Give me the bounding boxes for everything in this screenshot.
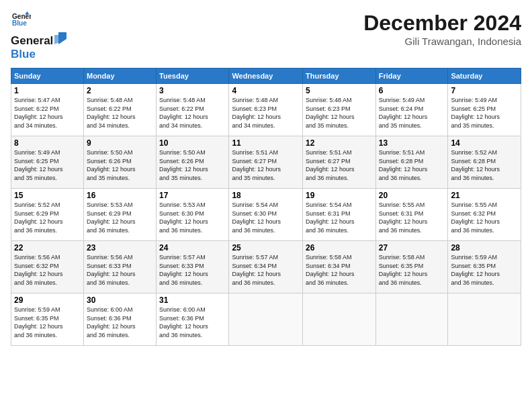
day-number: 7 xyxy=(451,86,518,95)
day-info: Sunrise: 5:59 AMSunset: 6:35 PMDaylight:… xyxy=(14,306,63,338)
calendar-cell: 28 Sunrise: 5:59 AMSunset: 6:35 PMDaylig… xyxy=(448,241,521,293)
calendar-cell: 14 Sunrise: 5:52 AMSunset: 6:28 PMDaylig… xyxy=(448,136,521,189)
header-sunday: Sunday xyxy=(11,68,84,84)
day-info: Sunrise: 5:56 AMSunset: 6:32 PMDaylight:… xyxy=(14,254,63,286)
day-info: Sunrise: 5:59 AMSunset: 6:35 PMDaylight:… xyxy=(451,254,500,286)
logo-line2: Blue xyxy=(11,48,66,61)
calendar-cell: 18 Sunrise: 5:54 AMSunset: 6:30 PMDaylig… xyxy=(229,189,303,241)
month-title: December 2024 xyxy=(363,11,521,36)
day-number: 16 xyxy=(87,191,153,200)
header-monday: Monday xyxy=(83,68,156,84)
calendar-cell: 30 Sunrise: 6:00 AMSunset: 6:36 PMDaylig… xyxy=(83,293,156,346)
day-info: Sunrise: 5:58 AMSunset: 6:34 PMDaylight:… xyxy=(306,254,355,286)
day-number: 13 xyxy=(379,138,445,148)
header-wednesday: Wednesday xyxy=(229,68,303,84)
calendar-cell xyxy=(229,293,303,346)
calendar-cell: 25 Sunrise: 5:57 AMSunset: 6:34 PMDaylig… xyxy=(229,241,303,293)
day-info: Sunrise: 5:57 AMSunset: 6:33 PMDaylight:… xyxy=(159,254,208,286)
logo-line1: General xyxy=(11,34,53,48)
day-number: 23 xyxy=(87,243,153,253)
calendar-week-5: 29 Sunrise: 5:59 AMSunset: 6:35 PMDaylig… xyxy=(11,293,521,346)
calendar-cell: 5 Sunrise: 5:48 AMSunset: 6:23 PMDayligh… xyxy=(303,84,376,136)
day-info: Sunrise: 5:53 AMSunset: 6:30 PMDaylight:… xyxy=(159,201,208,234)
calendar-cell: 6 Sunrise: 5:49 AMSunset: 6:24 PMDayligh… xyxy=(375,84,448,136)
calendar-cell: 2 Sunrise: 5:48 AMSunset: 6:22 PMDayligh… xyxy=(83,84,156,136)
location: Gili Trawangan, Indonesia xyxy=(363,36,521,47)
calendar-cell xyxy=(303,293,376,346)
day-info: Sunrise: 5:49 AMSunset: 6:25 PMDaylight:… xyxy=(14,149,63,181)
day-number: 22 xyxy=(14,243,81,253)
day-info: Sunrise: 5:54 AMSunset: 6:31 PMDaylight:… xyxy=(306,201,355,234)
calendar-week-3: 15 Sunrise: 5:52 AMSunset: 6:29 PMDaylig… xyxy=(11,189,521,241)
title-section: December 2024 Gili Trawangan, Indonesia xyxy=(363,11,521,47)
day-info: Sunrise: 5:48 AMSunset: 6:23 PMDaylight:… xyxy=(306,97,355,129)
day-number: 17 xyxy=(159,191,226,200)
day-number: 1 xyxy=(14,86,81,95)
day-number: 14 xyxy=(451,138,518,148)
calendar-cell xyxy=(375,293,448,346)
calendar-cell: 21 Sunrise: 5:55 AMSunset: 6:32 PMDaylig… xyxy=(448,189,521,241)
day-number: 31 xyxy=(159,295,226,305)
calendar-cell: 19 Sunrise: 5:54 AMSunset: 6:31 PMDaylig… xyxy=(303,189,376,241)
day-number: 8 xyxy=(14,138,81,148)
calendar-cell: 16 Sunrise: 5:53 AMSunset: 6:29 PMDaylig… xyxy=(83,189,156,241)
day-number: 28 xyxy=(451,243,518,253)
calendar-cell: 31 Sunrise: 6:00 AMSunset: 6:36 PMDaylig… xyxy=(157,293,229,346)
calendar-cell: 12 Sunrise: 5:51 AMSunset: 6:27 PMDaylig… xyxy=(303,136,376,189)
calendar-cell: 13 Sunrise: 5:51 AMSunset: 6:28 PMDaylig… xyxy=(375,136,448,189)
calendar-week-2: 8 Sunrise: 5:49 AMSunset: 6:25 PMDayligh… xyxy=(11,136,521,189)
calendar-cell: 24 Sunrise: 5:57 AMSunset: 6:33 PMDaylig… xyxy=(157,241,229,293)
day-info: Sunrise: 5:52 AMSunset: 6:29 PMDaylight:… xyxy=(14,201,63,234)
day-number: 6 xyxy=(379,86,445,95)
day-number: 3 xyxy=(159,86,226,95)
day-info: Sunrise: 5:51 AMSunset: 6:28 PMDaylight:… xyxy=(379,149,428,181)
calendar-cell: 1 Sunrise: 5:47 AMSunset: 6:22 PMDayligh… xyxy=(11,84,84,136)
day-number: 24 xyxy=(159,243,226,253)
calendar-cell xyxy=(448,293,521,346)
calendar-cell: 27 Sunrise: 5:58 AMSunset: 6:35 PMDaylig… xyxy=(375,241,448,293)
day-info: Sunrise: 5:48 AMSunset: 6:23 PMDaylight:… xyxy=(232,97,281,129)
calendar-week-1: 1 Sunrise: 5:47 AMSunset: 6:22 PMDayligh… xyxy=(11,84,521,136)
day-number: 27 xyxy=(379,243,445,253)
calendar-cell: 23 Sunrise: 5:56 AMSunset: 6:33 PMDaylig… xyxy=(83,241,156,293)
calendar-table: Sunday Monday Tuesday Wednesday Thursday… xyxy=(11,68,521,346)
day-info: Sunrise: 5:50 AMSunset: 6:26 PMDaylight:… xyxy=(159,149,208,181)
day-number: 29 xyxy=(14,295,81,305)
day-number: 25 xyxy=(232,243,300,253)
day-info: Sunrise: 5:53 AMSunset: 6:29 PMDaylight:… xyxy=(87,201,136,234)
day-number: 9 xyxy=(87,138,153,148)
calendar-cell: 29 Sunrise: 5:59 AMSunset: 6:35 PMDaylig… xyxy=(11,293,84,346)
calendar-cell: 8 Sunrise: 5:49 AMSunset: 6:25 PMDayligh… xyxy=(11,136,84,189)
day-number: 15 xyxy=(14,191,81,200)
day-info: Sunrise: 5:56 AMSunset: 6:33 PMDaylight:… xyxy=(87,254,136,286)
calendar-cell: 9 Sunrise: 5:50 AMSunset: 6:26 PMDayligh… xyxy=(83,136,156,189)
calendar-cell: 17 Sunrise: 5:53 AMSunset: 6:30 PMDaylig… xyxy=(157,189,229,241)
calendar-cell: 4 Sunrise: 5:48 AMSunset: 6:23 PMDayligh… xyxy=(229,84,303,136)
day-number: 18 xyxy=(232,191,300,200)
header-thursday: Thursday xyxy=(303,68,376,84)
calendar-cell: 26 Sunrise: 5:58 AMSunset: 6:34 PMDaylig… xyxy=(303,241,376,293)
day-info: Sunrise: 5:55 AMSunset: 6:32 PMDaylight:… xyxy=(451,201,500,234)
calendar-cell: 10 Sunrise: 5:50 AMSunset: 6:26 PMDaylig… xyxy=(157,136,229,189)
logo-icon: General Blue xyxy=(12,11,31,30)
day-info: Sunrise: 5:55 AMSunset: 6:31 PMDaylight:… xyxy=(379,201,428,234)
day-number: 26 xyxy=(306,243,373,253)
day-number: 10 xyxy=(159,138,226,148)
day-info: Sunrise: 5:51 AMSunset: 6:27 PMDaylight:… xyxy=(232,149,281,181)
day-info: Sunrise: 5:49 AMSunset: 6:24 PMDaylight:… xyxy=(379,97,428,129)
day-info: Sunrise: 5:48 AMSunset: 6:22 PMDaylight:… xyxy=(87,97,136,129)
day-number: 21 xyxy=(451,191,518,200)
calendar-cell: 3 Sunrise: 5:48 AMSunset: 6:22 PMDayligh… xyxy=(157,84,229,136)
day-info: Sunrise: 5:47 AMSunset: 6:22 PMDaylight:… xyxy=(14,97,63,129)
logo: General Blue General Blue xyxy=(11,11,66,61)
day-info: Sunrise: 5:51 AMSunset: 6:27 PMDaylight:… xyxy=(306,149,355,181)
header-saturday: Saturday xyxy=(448,68,521,84)
day-info: Sunrise: 5:57 AMSunset: 6:34 PMDaylight:… xyxy=(232,254,281,286)
header-row: Sunday Monday Tuesday Wednesday Thursday… xyxy=(11,68,521,84)
header-tuesday: Tuesday xyxy=(157,68,229,84)
svg-text:Blue: Blue xyxy=(12,19,27,27)
calendar-cell: 11 Sunrise: 5:51 AMSunset: 6:27 PMDaylig… xyxy=(229,136,303,189)
header-friday: Friday xyxy=(375,68,448,84)
day-number: 2 xyxy=(87,86,153,95)
calendar-cell: 22 Sunrise: 5:56 AMSunset: 6:32 PMDaylig… xyxy=(11,241,84,293)
